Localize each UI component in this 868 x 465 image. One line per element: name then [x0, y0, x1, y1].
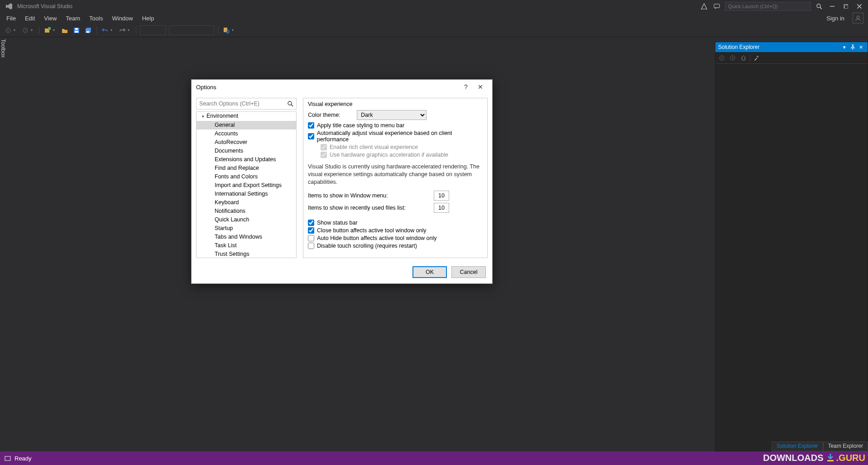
- dropdown-icon[interactable]: ▾: [110, 28, 114, 32]
- tree-node-import-export[interactable]: Import and Export Settings: [197, 181, 296, 190]
- save-icon[interactable]: [71, 25, 82, 36]
- menu-bar: File Edit View Team Tools Window Help Si…: [0, 13, 868, 24]
- svg-point-24: [288, 101, 292, 105]
- dropdown-icon[interactable]: ▾: [31, 28, 34, 32]
- items-recent-input[interactable]: [434, 203, 449, 213]
- close-button[interactable]: [853, 0, 866, 13]
- config-combo[interactable]: [140, 25, 166, 35]
- options-search-box[interactable]: [196, 98, 297, 110]
- sign-in-link[interactable]: Sign in: [821, 14, 850, 23]
- dialog-footer: OK Cancel: [192, 261, 492, 283]
- svg-point-8: [857, 16, 859, 19]
- watermark-text2: .GURU: [836, 453, 865, 463]
- properties-icon[interactable]: [752, 53, 761, 62]
- user-icon[interactable]: [853, 13, 863, 24]
- svg-rect-18: [86, 31, 89, 33]
- svg-point-22: [730, 56, 735, 60]
- svg-point-21: [719, 56, 724, 60]
- chk-autohide-affects[interactable]: Auto Hide button affects active tool win…: [308, 235, 483, 241]
- chk-use-hw: Use hardware graphics acceleration if av…: [321, 152, 483, 158]
- dropdown-icon[interactable]: ▾: [128, 28, 131, 32]
- feedback-icon[interactable]: [710, 0, 723, 13]
- solution-explorer-toolbar: [715, 52, 868, 64]
- tree-node-fonts-colors[interactable]: Fonts and Colors: [197, 173, 296, 181]
- minimize-button[interactable]: [825, 0, 839, 13]
- svg-point-9: [6, 28, 10, 33]
- tree-node-keyboard[interactable]: Keyboard: [197, 198, 296, 207]
- cancel-button[interactable]: Cancel: [451, 266, 486, 278]
- platform-combo[interactable]: [169, 25, 214, 35]
- quick-launch-input[interactable]: [725, 2, 811, 11]
- save-all-icon[interactable]: [83, 25, 94, 36]
- dropdown-icon[interactable]: ▾: [53, 28, 57, 32]
- tree-node-intl[interactable]: International Settings: [197, 190, 296, 198]
- chk-auto-adjust[interactable]: Automatically adjust visual experience b…: [308, 130, 483, 143]
- svg-rect-26: [827, 460, 834, 461]
- tree-node-trust[interactable]: Trust Settings: [197, 250, 296, 258]
- tree-node-find-replace[interactable]: Find and Replace: [197, 164, 296, 173]
- standard-toolbar: ▾ ▾ ▾ ▾ ▾ ▾: [0, 24, 868, 37]
- dialog-close-button[interactable]: ✕: [473, 80, 488, 94]
- status-icon: [5, 455, 11, 461]
- nav-back-icon[interactable]: [3, 25, 14, 36]
- undo-icon[interactable]: [100, 25, 110, 36]
- chk-disable-touch[interactable]: Disable touch scrolling (requires restar…: [308, 243, 483, 249]
- home-icon[interactable]: [739, 53, 748, 62]
- pin-icon[interactable]: [849, 44, 857, 50]
- ok-button[interactable]: OK: [412, 266, 447, 278]
- tree-node-general[interactable]: General: [197, 121, 296, 129]
- tree-node-notifications[interactable]: Notifications: [197, 207, 296, 216]
- dropdown-icon[interactable]: ▾: [232, 28, 235, 32]
- chk-close-affects[interactable]: Close button affects active tool window …: [308, 227, 483, 234]
- back-icon[interactable]: [717, 53, 726, 62]
- watermark: DOWNLOADS .GURU: [763, 451, 865, 465]
- menu-edit[interactable]: Edit: [20, 14, 39, 23]
- color-theme-select[interactable]: Dark: [357, 110, 427, 120]
- tab-solution-explorer[interactable]: Solution Explorer: [772, 441, 823, 451]
- find-in-files-icon[interactable]: [221, 25, 232, 36]
- help-button[interactable]: ?: [459, 80, 473, 94]
- vs-logo-icon: [5, 2, 14, 10]
- tree-node-environment[interactable]: ▾Environment: [197, 112, 296, 121]
- tree-node-accounts[interactable]: Accounts: [197, 129, 296, 138]
- menu-help[interactable]: Help: [138, 14, 159, 23]
- menu-view[interactable]: View: [39, 14, 61, 23]
- tree-node-tabs-windows[interactable]: Tabs and Windows: [197, 233, 296, 241]
- options-search-input[interactable]: [199, 101, 288, 107]
- svg-rect-14: [75, 31, 78, 33]
- tree-node-quick-launch[interactable]: Quick Launch: [197, 216, 296, 224]
- items-window-input[interactable]: [434, 191, 449, 201]
- solution-explorer-pane: Solution Explorer ▾ ✕: [715, 42, 868, 451]
- new-project-icon[interactable]: [42, 25, 53, 36]
- open-file-icon[interactable]: [59, 25, 70, 36]
- svg-line-25: [291, 105, 293, 106]
- window-pos-icon[interactable]: ▾: [840, 44, 849, 50]
- menu-file[interactable]: File: [2, 14, 20, 23]
- dropdown-icon[interactable]: ▾: [14, 28, 17, 32]
- menu-team[interactable]: Team: [61, 14, 85, 23]
- svg-rect-15: [75, 28, 78, 30]
- tree-node-startup[interactable]: Startup: [197, 224, 296, 233]
- nav-forward-icon[interactable]: [20, 25, 31, 36]
- tab-team-explorer[interactable]: Team Explorer: [823, 441, 868, 451]
- maximize-button[interactable]: [839, 0, 853, 13]
- tree-node-documents[interactable]: Documents: [197, 147, 296, 155]
- status-bar: Ready: [0, 451, 868, 465]
- redo-icon[interactable]: [117, 25, 128, 36]
- chk-show-status[interactable]: Show status bar: [308, 220, 483, 226]
- tree-node-task-list[interactable]: Task List: [197, 241, 296, 250]
- tree-node-autorecover[interactable]: AutoRecover: [197, 138, 296, 147]
- forward-icon[interactable]: [728, 53, 737, 62]
- close-pane-icon[interactable]: ✕: [857, 44, 865, 50]
- dialog-header: Options ? ✕: [192, 80, 492, 94]
- chk-title-case[interactable]: Apply title case styling to menu bar: [308, 122, 483, 129]
- tree-node-extensions[interactable]: Extensions and Updates: [197, 155, 296, 164]
- options-tree[interactable]: ▾Environment General Accounts AutoRecove…: [196, 111, 297, 258]
- search-icon[interactable]: [288, 101, 293, 107]
- search-icon[interactable]: [813, 0, 825, 13]
- toolbox-tab[interactable]: Toolbox: [0, 37, 10, 64]
- notifications-icon[interactable]: [698, 0, 710, 13]
- menu-tools[interactable]: Tools: [85, 14, 107, 23]
- menu-window[interactable]: Window: [107, 14, 137, 23]
- info-text: Visual Studio is currently using hardwar…: [308, 163, 483, 186]
